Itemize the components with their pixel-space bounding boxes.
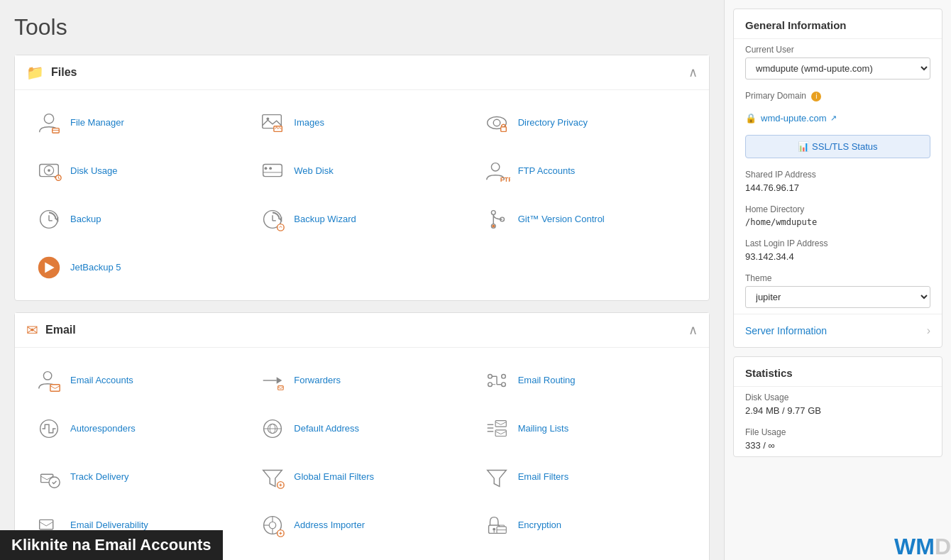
svg-marker-65 [487,471,506,487]
svg-point-34 [492,225,495,228]
encryption-icon [483,511,511,539]
sidebar: General Information Current User wmduput… [724,0,951,560]
backup-wizard-label: Backup Wizard [294,214,356,226]
tool-email-disk-usage[interactable]: Email Disk Usage [250,552,473,560]
tool-jetbackup5[interactable]: JetBackup 5 [26,246,250,289]
files-folder-icon: 📁 [26,64,44,81]
files-section-title: Files [51,66,77,79]
svg-rect-58 [495,430,506,437]
file-manager-label: File Manager [70,117,124,129]
email-accounts-label: Email Accounts [70,375,133,387]
server-info-chevron: › [927,324,930,337]
svg-point-42 [488,383,492,387]
file-usage-stat-value: 333 / ∞ [745,440,930,451]
mailing-lists-label: Mailing Lists [518,423,569,435]
primary-domain-info-icon[interactable]: i [811,92,821,101]
svg-rect-37 [50,385,60,392]
mailing-lists-icon [483,414,511,443]
backup-label: Backup [70,214,101,226]
current-user-row: Current User wmdupute (wmd-upute.com) [734,39,942,85]
directory-privacy-label: Directory Privacy [518,117,588,129]
svg-rect-54 [495,421,506,427]
shared-ip-label: Shared IP Address [745,170,930,180]
email-section: ✉ Email ∧ Email Accoun [14,312,710,560]
default-address-icon [258,414,287,443]
jetbackup5-label: JetBackup 5 [70,262,121,274]
svg-point-29 [277,224,285,231]
tool-email-accounts[interactable]: Email Accounts [26,359,250,402]
primary-domain-value-row: 🔒 wmd-upute.com ↗ [734,110,942,129]
last-login-value: 93.142.34.4 [745,251,930,262]
tool-backup-wizard[interactable]: Backup Wizard [250,198,473,241]
svg-point-19 [491,163,499,171]
tool-mailing-lists[interactable]: Mailing Lists [474,407,698,450]
file-usage-stat-row: File Usage 333 / ∞ [734,422,942,456]
ftp-accounts-icon: FTP [483,157,511,185]
email-filters-icon [483,463,511,491]
tool-global-email-filters[interactable]: Global Email Filters [250,456,473,498]
track-delivery-icon [35,463,63,491]
tool-ftp-accounts[interactable]: FTP FTP Accounts [474,150,698,192]
tool-default-address[interactable]: Default Address [250,407,473,450]
tool-encryption[interactable]: Encryption [474,504,698,547]
jetbackup5-icon [35,253,63,282]
svg-rect-66 [40,520,53,529]
last-login-label: Last Login IP Address [745,238,930,248]
address-importer-label: Address Importer [294,520,365,532]
page-title: Tools [14,14,710,40]
tool-forwarders[interactable]: Forwarders [250,359,473,402]
tool-mailscanner[interactable]: MailScanner [474,552,698,560]
svg-text:FTP: FTP [500,175,510,183]
chart-icon: 📊 [798,141,812,152]
files-tools-grid: File Manager Images [15,90,709,300]
forwarders-icon [258,366,287,395]
ssl-tls-status-button[interactable]: 📊 SSL/TLS Status [745,135,930,158]
svg-point-11 [48,169,50,172]
svg-point-43 [501,374,505,378]
files-section-header[interactable]: 📁 Files ∧ [15,55,709,90]
tool-track-delivery[interactable]: Track Delivery [26,456,250,498]
git-version-control-label: Git™ Version Control [518,214,605,226]
email-section-chevron: ∧ [688,322,698,338]
home-dir-row: Home Directory /home/wmdupute [734,199,942,233]
images-icon [258,109,287,137]
disk-usage-stat-row: Disk Usage 2.94 MB / 9.77 GB [734,387,942,422]
email-section-header[interactable]: ✉ Email ∧ [15,313,709,348]
statistics-panel: Statistics Disk Usage 2.94 MB / 9.77 GB … [733,356,942,457]
svg-point-70 [270,522,277,529]
tool-file-manager[interactable]: File Manager [26,101,250,144]
primary-domain-label: Primary Domain i [745,91,930,101]
svg-point-78 [493,528,495,531]
tool-autoresponders[interactable]: Autoresponders [26,407,250,450]
email-tools-grid: Email Accounts Forwarders [15,348,709,560]
current-user-label: Current User [745,45,930,55]
tool-web-disk[interactable]: Web Disk [250,150,473,192]
svg-point-41 [488,374,492,378]
tool-address-importer[interactable]: Address Importer [250,504,473,547]
autoresponders-icon [35,414,63,443]
backup-wizard-icon [258,205,287,234]
tool-email-routing[interactable]: Email Routing [474,359,698,402]
shared-ip-value: 144.76.96.17 [745,182,930,193]
tool-git-version-control[interactable]: Git™ Version Control [474,198,698,241]
last-login-row: Last Login IP Address 93.142.34.4 [734,233,942,268]
current-user-select[interactable]: wmdupute (wmd-upute.com) [745,57,930,79]
track-delivery-label: Track Delivery [70,471,129,483]
tool-directory-privacy[interactable]: Directory Privacy [474,101,698,144]
svg-point-0 [44,114,53,123]
tool-disk-usage[interactable]: Disk Usage [26,150,250,192]
tool-backup[interactable]: Backup [26,198,250,241]
email-section-title: Email [45,324,76,336]
email-envelope-icon: ✉ [26,322,38,339]
email-routing-label: Email Routing [518,375,576,387]
server-information-row[interactable]: Server Information › [734,314,942,347]
tool-email-filters[interactable]: Email Filters [474,456,698,498]
primary-domain-link[interactable]: wmd-upute.com [761,113,826,123]
email-deliverability-label: Email Deliverability [70,520,148,532]
file-usage-stat-label: File Usage [745,427,930,437]
ftp-accounts-label: FTP Accounts [518,165,576,177]
theme-select[interactable]: jupiter [745,286,930,308]
disk-usage-stat-value: 2.94 MB / 9.77 GB [745,405,930,416]
tool-images[interactable]: Images [250,101,473,144]
svg-point-30 [491,211,495,215]
